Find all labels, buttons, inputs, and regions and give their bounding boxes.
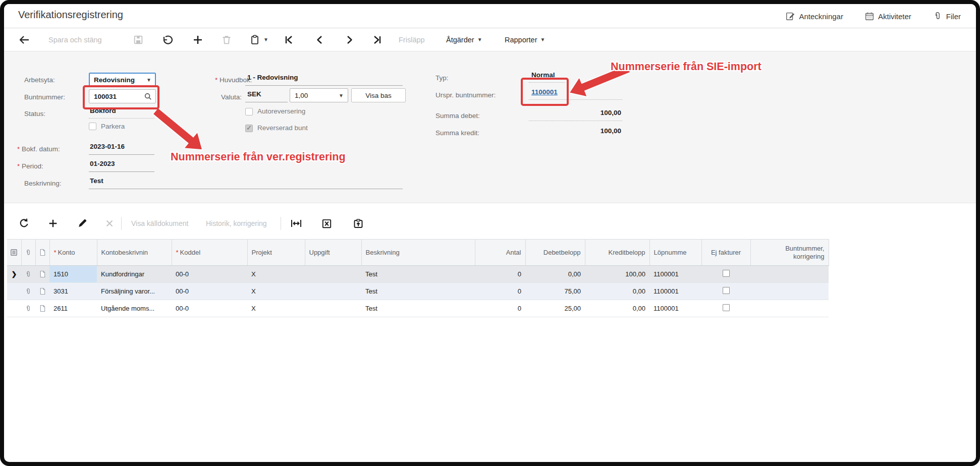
add-button[interactable] xyxy=(192,28,204,51)
column-header-uppgift[interactable]: Uppgift xyxy=(305,240,361,266)
column-header-buntnummer-korrigering[interactable]: Buntnummer, korrigering xyxy=(750,240,829,266)
cell-kreditbelopp[interactable]: 0,00 xyxy=(585,300,649,317)
huvudbok-field[interactable]: 1 - Redovisning xyxy=(245,74,403,86)
cell-projekt[interactable]: X xyxy=(247,300,305,317)
cell-kontobeskrivning[interactable]: Utgående moms... xyxy=(97,300,172,317)
visa-bas-button[interactable]: Visa bas xyxy=(351,88,406,102)
buntnummer-input[interactable]: 100031 xyxy=(89,89,156,103)
cell-beskrivning[interactable]: Test xyxy=(361,283,475,300)
cell-antal[interactable]: 0 xyxy=(475,266,525,283)
cell-koddel[interactable]: 00-0 xyxy=(172,266,247,283)
cell-beskrivning[interactable]: Test xyxy=(361,300,475,317)
cell-koddel[interactable]: 00-0 xyxy=(172,300,247,317)
anteckningar-button[interactable]: Anteckningar xyxy=(785,11,843,21)
table-row[interactable]: 3031 Försäljning varor... 00-0 X Test 0 … xyxy=(7,283,829,300)
cell-kontobeskrivning[interactable]: Kundfordringar xyxy=(97,266,172,283)
cell-buntnummer-korrigering[interactable] xyxy=(750,266,829,283)
row-paperclip-icon[interactable] xyxy=(21,266,35,283)
cell-konto[interactable]: 2611 xyxy=(49,300,97,317)
bokf-datum-field[interactable]: 2023-01-16 xyxy=(89,143,154,155)
cell-ej-fakturerad-checkbox[interactable] xyxy=(701,283,750,300)
export-excel-button[interactable] xyxy=(321,216,333,231)
save-and-close-button[interactable]: Spara och stäng xyxy=(48,28,102,51)
cell-lopnummer[interactable]: 1100001 xyxy=(649,266,701,283)
cell-kontobeskrivning[interactable]: Försäljning varor... xyxy=(97,283,172,300)
row-paperclip-icon[interactable] xyxy=(21,300,35,317)
refresh-button[interactable] xyxy=(18,216,30,231)
undo-button[interactable] xyxy=(161,28,174,51)
cell-konto[interactable]: 3031 xyxy=(49,283,97,300)
row-paperclip-icon[interactable] xyxy=(21,283,35,300)
filer-button[interactable]: Filer xyxy=(933,11,961,21)
column-header-ej-fakturerad[interactable]: Ej fakturer xyxy=(701,240,750,266)
column-header-koddel[interactable]: Koddel xyxy=(172,240,247,266)
reverserad-bunt-checkbox[interactable] xyxy=(245,125,253,132)
row-note-icon[interactable] xyxy=(35,300,49,317)
cell-debetbelopp[interactable]: 25,00 xyxy=(525,300,585,317)
beskrivning-field[interactable]: Test xyxy=(89,177,403,189)
valuta-currency-field[interactable]: SEK xyxy=(245,90,288,102)
cell-antal[interactable]: 0 xyxy=(475,283,525,300)
cell-ej-fakturerad-checkbox[interactable] xyxy=(701,266,750,283)
search-icon[interactable] xyxy=(144,92,152,100)
column-header-debetbelopp[interactable]: Debetbelopp xyxy=(525,240,585,266)
atgarder-menu[interactable]: Åtgärder xyxy=(446,28,482,51)
grid-delete-row-button[interactable] xyxy=(104,216,115,231)
rapporter-menu[interactable]: Rapporter xyxy=(505,28,545,51)
cell-lopnummer[interactable]: 1100001 xyxy=(649,300,701,317)
cell-kreditbelopp[interactable]: 100,00 xyxy=(585,266,649,283)
column-header-lopnummer[interactable]: Löpnumme xyxy=(649,240,701,266)
urspr-buntnummer-link[interactable]: 1100001 xyxy=(531,88,558,96)
parkera-checkbox[interactable] xyxy=(89,123,96,130)
cell-antal[interactable]: 0 xyxy=(475,300,525,317)
import-button[interactable] xyxy=(352,216,364,231)
column-header-kontobeskrivning[interactable]: Kontobeskrivnin xyxy=(97,240,172,266)
grid-edit-row-button[interactable] xyxy=(77,216,88,231)
last-record-button[interactable] xyxy=(371,28,384,51)
summa-kredit-value: 100,00 xyxy=(529,127,622,139)
clipboard-menu-button[interactable] xyxy=(249,28,268,51)
fit-width-button[interactable] xyxy=(290,216,303,231)
period-field[interactable]: 01-2023 xyxy=(89,160,154,172)
table-row[interactable]: 2611 Utgående moms... 00-0 X Test 0 25,0… xyxy=(7,300,829,317)
cell-uppgift[interactable] xyxy=(305,283,361,300)
cell-projekt[interactable]: X xyxy=(247,283,305,300)
frislapp-button[interactable]: Frisläpp xyxy=(399,28,425,51)
autoreversering-checkbox[interactable] xyxy=(245,108,253,115)
cell-lopnummer[interactable]: 1100001 xyxy=(649,283,701,300)
cell-uppgift[interactable] xyxy=(305,300,361,317)
cell-debetbelopp[interactable]: 0,00 xyxy=(525,266,585,283)
back-button[interactable] xyxy=(18,28,30,51)
cell-kreditbelopp[interactable]: 0,00 xyxy=(585,283,649,300)
historik-korrigering-button[interactable]: Historik, korrigering xyxy=(206,216,267,231)
cell-konto[interactable]: 1510 xyxy=(49,266,97,283)
next-record-button[interactable] xyxy=(343,28,355,51)
cell-projekt[interactable]: X xyxy=(247,266,305,283)
row-settings-icon[interactable] xyxy=(7,240,21,266)
row-note-icon[interactable] xyxy=(35,266,49,283)
cell-beskrivning[interactable]: Test xyxy=(361,266,475,283)
cell-buntnummer-korrigering[interactable] xyxy=(750,300,829,317)
column-header-antal[interactable]: Antal xyxy=(475,240,525,266)
column-header-projekt[interactable]: Projekt xyxy=(247,240,305,266)
cell-uppgift[interactable] xyxy=(305,266,361,283)
cell-debetbelopp[interactable]: 75,00 xyxy=(525,283,585,300)
visa-kalldokument-button[interactable]: Visa källdokument xyxy=(131,216,188,231)
save-icon-button[interactable] xyxy=(133,28,144,51)
row-note-icon[interactable] xyxy=(35,283,49,300)
cell-buntnummer-korrigering[interactable] xyxy=(750,283,829,300)
delete-button[interactable] xyxy=(221,28,232,51)
prev-record-button[interactable] xyxy=(314,28,326,51)
table-row[interactable]: 1510 Kundfordringar 00-0 X Test 0 0,00 1… xyxy=(7,266,829,283)
grid-add-row-button[interactable] xyxy=(47,216,59,231)
arbetsyta-select[interactable]: Redovisning xyxy=(89,73,156,87)
column-header-beskrivning[interactable]: Beskrivning xyxy=(361,240,475,266)
main-toolbar: Spara och stäng Frisläpp xyxy=(4,28,976,51)
aktiviteter-button[interactable]: Aktiviteter xyxy=(864,11,911,21)
column-header-kreditbelopp[interactable]: Kreditbelopp xyxy=(585,240,649,266)
cell-koddel[interactable]: 00-0 xyxy=(172,283,247,300)
column-header-konto[interactable]: Konto xyxy=(49,240,97,266)
valuta-rate-select[interactable]: 1,00 xyxy=(290,88,348,102)
first-record-button[interactable] xyxy=(283,28,295,51)
cell-ej-fakturerad-checkbox[interactable] xyxy=(701,300,750,317)
